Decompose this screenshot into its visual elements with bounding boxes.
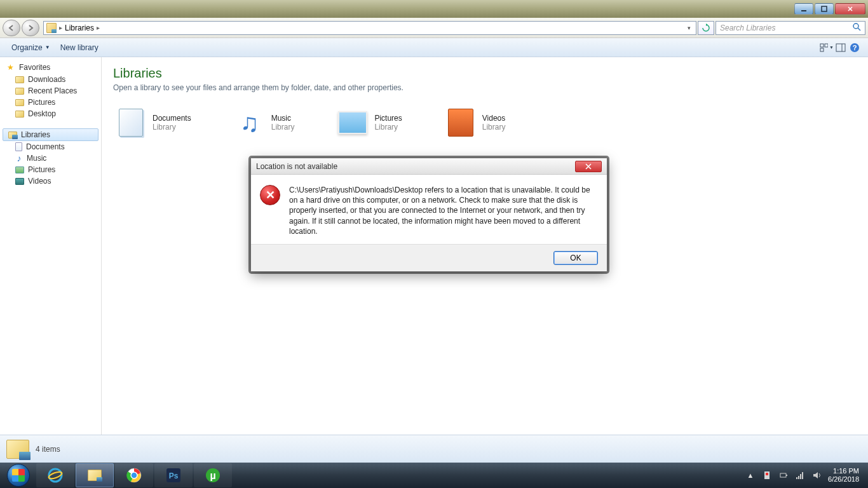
- volume-icon[interactable]: [811, 470, 822, 480]
- dialog-footer: OK: [251, 244, 607, 271]
- sidebar-item-desktop[interactable]: Desktop: [0, 108, 101, 119]
- library-item-videos[interactable]: VideosLibrary: [443, 105, 508, 140]
- picture-icon: [15, 166, 24, 173]
- taskbar-item-utorrent[interactable]: µ: [194, 463, 232, 487]
- dialog-body: ✕ C:\Users\Pratiyush\Downloads\Desktop r…: [251, 175, 607, 244]
- svg-point-2: [853, 24, 858, 29]
- search-icon: [852, 22, 861, 33]
- status-bar: 4 items: [0, 435, 868, 463]
- library-type: Library: [482, 123, 506, 132]
- svg-rect-25: [796, 477, 797, 479]
- library-name: Pictures: [374, 114, 402, 123]
- power-icon[interactable]: [778, 470, 789, 480]
- forward-button[interactable]: [22, 20, 39, 36]
- svg-rect-23: [780, 473, 786, 477]
- titlebar: [0, 0, 868, 18]
- taskbar-item-ie[interactable]: [36, 463, 74, 487]
- libraries-icon: [6, 440, 29, 459]
- folder-icon: [15, 99, 24, 106]
- taskbar-item-chrome[interactable]: [115, 463, 153, 487]
- svg-line-3: [858, 28, 860, 30]
- start-button[interactable]: [1, 463, 36, 488]
- svg-rect-6: [820, 48, 824, 51]
- clock[interactable]: 1:16 PM 6/26/2018: [828, 467, 862, 484]
- svg-rect-0: [801, 10, 806, 11]
- dialog-titlebar[interactable]: Location is not available: [251, 158, 607, 175]
- svg-text:?: ?: [853, 44, 857, 51]
- internet-explorer-icon: [46, 466, 65, 484]
- page-title: Libraries: [113, 66, 857, 81]
- dialog-close-button[interactable]: [575, 161, 602, 172]
- new-library-button[interactable]: New library: [55, 41, 104, 55]
- sidebar-item-videos[interactable]: Videos: [0, 175, 101, 187]
- library-type: Library: [153, 123, 191, 132]
- sidebar-item-downloads[interactable]: Downloads: [0, 74, 101, 85]
- minimize-button[interactable]: [794, 3, 813, 15]
- star-icon: ★: [5, 62, 15, 72]
- breadcrumb-root[interactable]: Libraries: [65, 24, 94, 32]
- search-placeholder: Search Libraries: [720, 24, 775, 32]
- utorrent-icon: µ: [203, 466, 222, 484]
- close-button[interactable]: [835, 3, 865, 15]
- svg-rect-24: [786, 475, 787, 476]
- status-text: 4 items: [36, 445, 60, 454]
- dialog-message: C:\Users\Pratiyush\Downloads\Desktop ref…: [289, 185, 595, 236]
- help-button[interactable]: ?: [848, 41, 862, 55]
- chrome-icon: [125, 466, 144, 484]
- address-dropdown-icon[interactable]: ▾: [685, 25, 693, 31]
- address-bar[interactable]: ▸ Libraries ▸ ▾: [43, 21, 696, 35]
- libraries-icon: [8, 132, 17, 139]
- video-icon: [15, 178, 24, 185]
- folder-icon: [15, 111, 24, 118]
- sidebar-item-pictures-lib[interactable]: Pictures: [0, 164, 101, 175]
- dropdown-icon: ▼: [45, 44, 50, 50]
- library-name: Documents: [153, 114, 191, 123]
- svg-rect-28: [802, 472, 803, 479]
- taskbar-item-explorer[interactable]: [76, 463, 114, 487]
- library-grid: DocumentsLibrary MusicLibrary PicturesLi…: [113, 105, 857, 140]
- videos-icon: [445, 107, 476, 138]
- pictures-icon: [337, 107, 368, 138]
- library-type: Library: [271, 123, 295, 132]
- taskbar-item-photoshop[interactable]: Ps: [154, 463, 193, 487]
- ok-button[interactable]: OK: [553, 251, 598, 265]
- favorites-group: ★Favorites Downloads Recent Places Pictu…: [0, 61, 101, 119]
- library-item-pictures[interactable]: PicturesLibrary: [335, 105, 404, 140]
- sidebar-item-music[interactable]: Music: [0, 152, 101, 164]
- breadcrumb-sep-icon: ▸: [97, 24, 100, 31]
- network-icon[interactable]: [795, 470, 805, 480]
- sidebar-item-recent-places[interactable]: Recent Places: [0, 85, 101, 97]
- libraries-header[interactable]: Libraries: [3, 128, 98, 141]
- sidebar-item-documents[interactable]: Documents: [0, 141, 101, 152]
- svg-text:Ps: Ps: [169, 471, 179, 480]
- folder-icon: [15, 88, 24, 95]
- folder-icon: [15, 76, 24, 83]
- sidebar-item-pictures[interactable]: Pictures: [0, 97, 101, 108]
- svg-rect-26: [798, 476, 799, 479]
- svg-text:µ: µ: [210, 470, 215, 481]
- error-icon: ✕: [260, 185, 280, 205]
- back-button[interactable]: [3, 20, 20, 36]
- photoshop-icon: Ps: [164, 466, 183, 484]
- library-item-music[interactable]: MusicLibrary: [232, 105, 297, 140]
- date-text: 6/26/2018: [828, 475, 859, 484]
- libraries-group: Libraries Documents Music Pictures Video…: [0, 128, 101, 187]
- toolbar: Organize▼ New library ▼ ?: [0, 38, 868, 57]
- tray-expand-icon[interactable]: ▲: [745, 470, 756, 480]
- documents-icon: [116, 107, 146, 138]
- svg-rect-27: [800, 474, 801, 479]
- maximize-button[interactable]: [815, 3, 834, 15]
- search-input[interactable]: Search Libraries: [715, 21, 865, 35]
- library-item-documents[interactable]: DocumentsLibrary: [113, 105, 194, 140]
- view-options-button[interactable]: ▼: [820, 41, 834, 55]
- taskbar: Ps µ ▲ 1:16 PM 6/26/2018: [0, 463, 868, 488]
- action-center-icon[interactable]: [762, 470, 772, 480]
- dialog-title-text: Location is not available: [256, 162, 337, 171]
- explorer-icon: [85, 466, 104, 484]
- favorites-header[interactable]: ★Favorites: [0, 61, 101, 74]
- preview-pane-button[interactable]: [834, 41, 848, 55]
- svg-rect-5: [825, 44, 828, 47]
- error-dialog: Location is not available ✕ C:\Users\Pra…: [250, 158, 607, 272]
- refresh-button[interactable]: [698, 21, 714, 35]
- organize-button[interactable]: Organize▼: [6, 41, 55, 55]
